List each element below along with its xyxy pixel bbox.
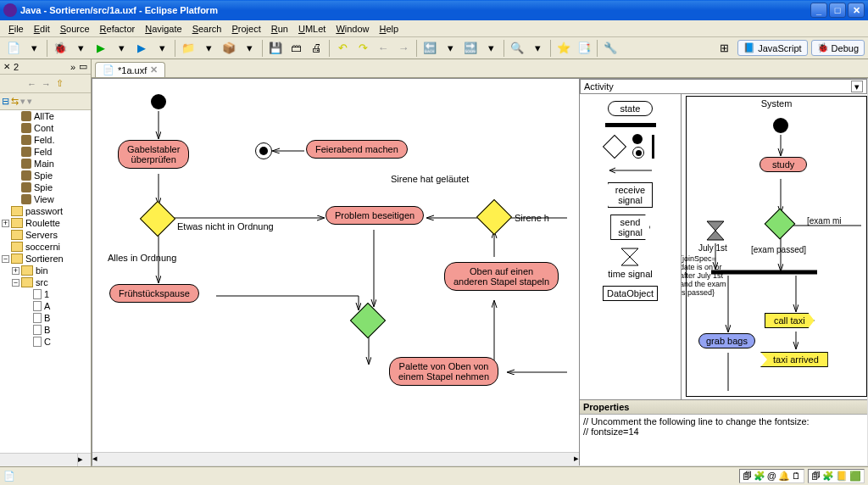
tree-item[interactable]: passwort — [0, 205, 91, 217]
h-scrollbar[interactable]: ◂▸ — [92, 452, 579, 465]
activity-oben[interactable]: Oben auf einen anderen Stapel stapeln — [444, 262, 559, 291]
filter-button[interactable]: 📑 — [575, 39, 593, 58]
close-button[interactable]: ✕ — [848, 3, 865, 18]
shape-nodes[interactable] — [606, 134, 654, 159]
tree[interactable]: AllTeContFeld.FeldMainSpieSpieViewpasswo… — [0, 110, 91, 453]
menu-search[interactable]: Search — [187, 22, 227, 36]
ext-button[interactable]: ▶ — [132, 39, 151, 58]
menu-edit[interactable]: Edit — [29, 22, 55, 36]
tree-item[interactable]: View — [0, 193, 91, 205]
tree-item[interactable]: Feld. — [0, 134, 91, 146]
dropdown-icon[interactable]: ▾ — [112, 39, 131, 58]
tree-item[interactable]: −Sortieren — [0, 253, 91, 265]
saveall-button[interactable]: 🗃 — [287, 39, 305, 58]
tree-item[interactable]: A — [0, 300, 91, 312]
new-folder-button[interactable]: 📁 — [179, 39, 198, 58]
shape-bar[interactable] — [605, 123, 656, 127]
activity-fruehstueck[interactable]: Frühstückspause — [109, 284, 199, 303]
tree-item[interactable]: +bin — [0, 265, 91, 276]
shape-send[interactable]: send signal — [610, 215, 650, 240]
shape-time[interactable]: time signal — [608, 247, 653, 279]
close-icon[interactable]: ✕ — [3, 62, 10, 71]
link-icon[interactable]: ⇆ — [11, 96, 19, 107]
dropdown-icon[interactable]: ▾ — [441, 39, 459, 58]
minimize-button[interactable]: _ — [810, 3, 827, 18]
dropdown-icon[interactable]: ▾ — [851, 81, 863, 92]
new-pkg-button[interactable]: 📦 — [220, 39, 238, 58]
shape-state[interactable]: state — [608, 101, 654, 116]
palette-shapes[interactable]: state receive signal send sign — [580, 94, 682, 399]
dropdown-icon[interactable]: ▾ — [71, 39, 90, 58]
status-group[interactable]: 🗐🧩📒🟩 — [808, 469, 865, 483]
tree-item[interactable]: +Roulette — [0, 217, 91, 229]
tree-item[interactable]: −src — [0, 276, 91, 288]
sort-icon[interactable]: ▾ — [27, 96, 32, 107]
dropdown-icon[interactable]: ▾ — [481, 39, 500, 58]
tree-item[interactable]: B — [0, 312, 91, 324]
activity-palette[interactable]: Palette von Oben von einem Stapel nehmen — [389, 357, 498, 386]
dropdown-icon[interactable]: ▾ — [528, 39, 547, 58]
tree-item[interactable]: Spie — [0, 170, 91, 181]
tree-item[interactable]: Feld — [0, 146, 91, 158]
perspective-javascript[interactable]: 📘 JavaScript — [737, 40, 807, 56]
start-node[interactable] — [151, 94, 166, 109]
tree-item[interactable]: Spie — [0, 181, 91, 193]
open-perspective-button[interactable]: ⊞ — [715, 39, 733, 58]
new-button[interactable]: 📄 — [4, 39, 23, 58]
menu-file[interactable]: File — [3, 22, 29, 36]
menu-help[interactable]: Help — [375, 22, 404, 36]
diagram-canvas[interactable]: Gabelstabler überprüfen Etwas nicht in O… — [92, 78, 868, 466]
shape-dataobject[interactable]: DataObject — [603, 286, 658, 301]
perspective-debug[interactable]: 🐞 Debug — [811, 40, 865, 56]
menu-icon[interactable]: ▭ — [79, 61, 87, 72]
status-group[interactable]: 🗐🧩@🔔🗒 — [739, 469, 804, 483]
collapse-icon[interactable]: ⊟ — [2, 96, 9, 107]
decision-yellow[interactable] — [140, 201, 175, 237]
shape-arrow[interactable] — [605, 165, 656, 176]
menu-project[interactable]: Project — [227, 22, 266, 36]
nav-button[interactable]: 🔜 — [461, 39, 480, 58]
end-node[interactable] — [255, 142, 272, 159]
run-button[interactable]: ▶ — [92, 39, 110, 58]
activity-feierabend[interactable]: Feierabend machen — [306, 140, 408, 159]
activity-problem[interactable]: Problem beseitigen — [326, 206, 424, 225]
fwd-icon[interactable]: → — [42, 79, 51, 89]
nav-button[interactable]: 🔙 — [420, 39, 439, 58]
redo-button[interactable]: ↷ — [353, 39, 372, 58]
search-button[interactable]: 🔍 — [508, 39, 526, 58]
menu-refactor[interactable]: Refactor — [95, 22, 141, 36]
save-button[interactable]: 💾 — [266, 39, 285, 58]
dropdown-icon[interactable]: ▾ — [199, 39, 218, 58]
shape-receive[interactable]: receive signal — [608, 182, 653, 208]
fwd-button[interactable]: → — [394, 39, 413, 58]
undo-button[interactable]: ↶ — [333, 39, 352, 58]
dropdown-icon[interactable]: ▾ — [153, 39, 171, 58]
maximize-button[interactable]: □ — [829, 3, 846, 18]
editor-tab[interactable]: 📄 *1a.uxf ✕ — [95, 62, 165, 77]
tree-item[interactable]: AllTe — [0, 110, 91, 122]
bookmark-button[interactable]: ⭐ — [554, 39, 573, 58]
up-icon[interactable]: ⇧ — [56, 78, 64, 89]
menu-run[interactable]: Run — [266, 22, 293, 36]
dropdown-icon[interactable]: ▾ — [25, 39, 43, 58]
menu-window[interactable]: Window — [331, 22, 374, 36]
tree-item[interactable]: C — [0, 336, 91, 348]
debug-button[interactable]: 🐞 — [51, 39, 70, 58]
more-button[interactable]: 🔧 — [601, 39, 620, 58]
tree-item[interactable]: soccerni — [0, 241, 91, 253]
close-tab-icon[interactable]: ✕ — [150, 64, 158, 75]
menu-navigate[interactable]: Navigate — [140, 22, 186, 36]
filter-icon[interactable]: ▾ — [20, 96, 25, 107]
menu-umlet[interactable]: UMLet — [293, 22, 331, 36]
print-button[interactable]: 🖨 — [307, 39, 326, 58]
dropdown-icon[interactable]: ▾ — [240, 39, 259, 58]
back-icon[interactable]: ← — [27, 79, 36, 89]
tree-item[interactable]: B — [0, 324, 91, 336]
tree-item[interactable]: 1 — [0, 288, 91, 300]
tree-item[interactable]: Cont — [0, 122, 91, 134]
activity-gabelstabler[interactable]: Gabelstabler überprüfen — [118, 140, 189, 169]
back-button[interactable]: ← — [374, 39, 392, 58]
menu-source[interactable]: Source — [55, 22, 95, 36]
tree-item[interactable]: Servers — [0, 229, 91, 241]
palette-sample[interactable]: System — [682, 94, 867, 399]
